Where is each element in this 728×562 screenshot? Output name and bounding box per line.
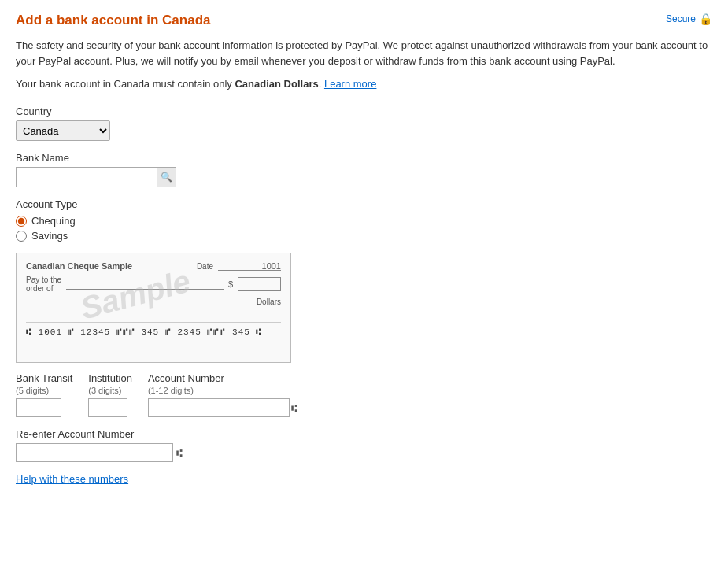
- reenter-section: Re-enter Account Number ⑆: [16, 428, 712, 462]
- chequing-label[interactable]: Chequing: [31, 215, 76, 227]
- bank-name-field: Bank Name 🔍: [16, 152, 712, 187]
- chequing-radio-row: Chequing: [16, 215, 712, 227]
- bank-transit-hint: (5 digits): [16, 386, 72, 395]
- help-link[interactable]: Help with these numbers: [16, 473, 128, 485]
- account-number-input-row: ⑆: [148, 398, 297, 417]
- savings-radio-row: Savings: [16, 230, 712, 242]
- currency-bold: Canadian Dollars: [235, 78, 318, 90]
- cheque-micr-line: ⑆ 1001 ⑈ 12345 ⑈⑈⑈ 345 ⑈ 2345 ⑈⑈⑈ 345 ⑆: [26, 322, 281, 337]
- reenter-account-input[interactable]: [16, 443, 173, 462]
- account-number-hint: (1-12 digits): [148, 386, 297, 395]
- cheque-date-label: Date: [197, 262, 213, 271]
- bank-fields-row: Bank Transit (5 digits) Institution (3 d…: [16, 372, 712, 417]
- secure-link[interactable]: Secure 🔒: [666, 13, 712, 25]
- cheque-watermark: Sample: [77, 263, 194, 326]
- cheque-date-area: Date 1001: [197, 261, 281, 271]
- description-text: The safety and security of your bank acc…: [16, 38, 712, 68]
- savings-radio[interactable]: [16, 231, 27, 242]
- secure-label: Secure: [666, 13, 696, 24]
- learn-more-link[interactable]: Learn more: [324, 78, 376, 90]
- account-type-field: Account Type Chequing Savings: [16, 198, 712, 242]
- currency-note: Your bank account in Canada must contain…: [16, 78, 712, 90]
- lock-icon: 🔒: [699, 13, 712, 25]
- institution-input-row: [88, 398, 132, 417]
- institution-label: Institution: [88, 372, 132, 384]
- bank-transit-label: Bank Transit: [16, 372, 72, 384]
- bank-transit-group: Bank Transit (5 digits): [16, 372, 72, 417]
- institution-hint: (3 digits): [88, 386, 132, 395]
- cheque-pay-line: [66, 279, 224, 290]
- cheque-pay-label: Pay to theorder of: [26, 275, 61, 293]
- search-icon: 🔍: [161, 172, 172, 183]
- currency-suffix: .: [319, 78, 324, 90]
- account-type-label: Account Type: [16, 198, 712, 210]
- account-number-group: Account Number (1-12 digits) ⑆: [148, 372, 297, 417]
- bank-name-input[interactable]: [16, 167, 157, 187]
- cheque-header: Canadian Cheque Sample Date 1001: [26, 261, 281, 271]
- account-number-input[interactable]: [148, 398, 290, 417]
- cheque-pay-row: Pay to theorder of $: [26, 275, 281, 293]
- bank-search-button[interactable]: 🔍: [157, 167, 176, 187]
- micr-icon: ⑆: [291, 402, 297, 414]
- cheque-dollars-label: Dollars: [26, 298, 281, 306]
- savings-label[interactable]: Savings: [31, 230, 68, 242]
- cheque-dollar-sign: $: [228, 279, 233, 289]
- institution-input[interactable]: [88, 398, 127, 417]
- cheque-amount-box: [238, 277, 281, 291]
- currency-prefix: Your bank account in Canada must contain…: [16, 78, 235, 90]
- bank-name-row: 🔍: [16, 167, 712, 187]
- cheque-number: 1001: [262, 261, 281, 271]
- country-label: Country: [16, 105, 712, 117]
- reenter-micr-icon: ⑆: [176, 447, 183, 459]
- institution-group: Institution (3 digits): [88, 372, 132, 417]
- country-field: Country Canada United States: [16, 105, 712, 141]
- page-title: Add a bank account in Canada: [16, 13, 211, 28]
- reenter-row: ⑆: [16, 443, 712, 462]
- cheque-sample: Canadian Cheque Sample Date 1001 Pay to …: [16, 253, 291, 363]
- country-select[interactable]: Canada United States: [16, 120, 110, 141]
- cheque-title: Canadian Cheque Sample: [26, 261, 132, 271]
- bank-name-label: Bank Name: [16, 152, 712, 164]
- chequing-radio[interactable]: [16, 216, 27, 227]
- bank-transit-input-row: [16, 398, 72, 417]
- reenter-label: Re-enter Account Number: [16, 428, 712, 440]
- account-number-label: Account Number: [148, 372, 297, 384]
- bank-transit-input[interactable]: [16, 398, 61, 417]
